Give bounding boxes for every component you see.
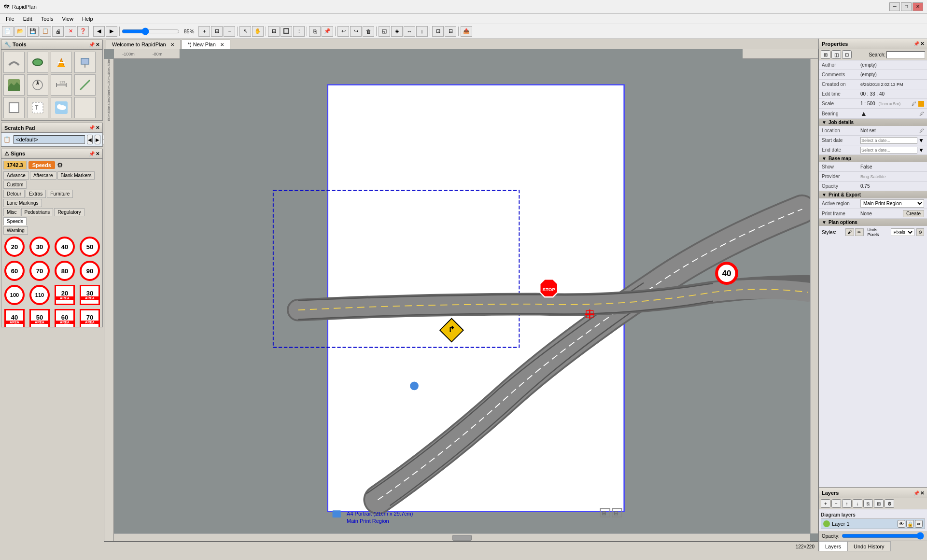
tab-furniture[interactable]: Furniture bbox=[47, 190, 73, 198]
start-date-btn[interactable]: ▼ bbox=[918, 137, 924, 144]
tab-aftercare[interactable]: Aftercare bbox=[30, 171, 56, 180]
properties-pin[interactable]: 📌 bbox=[913, 41, 919, 46]
menu-tools[interactable]: Tools bbox=[37, 15, 57, 23]
sign-80[interactable]: 80 bbox=[54, 260, 76, 282]
nav-back[interactable]: ◀ bbox=[93, 26, 105, 37]
start-date-input[interactable] bbox=[860, 137, 917, 144]
scratch-pad-pin[interactable]: 📌 bbox=[89, 125, 95, 130]
zoom-slider[interactable] bbox=[122, 29, 180, 33]
sign-90[interactable]: 90 bbox=[79, 260, 101, 282]
print-button[interactable]: 🖨 bbox=[52, 26, 64, 37]
signs-pin[interactable]: 📌 bbox=[89, 151, 95, 156]
weather-tool[interactable] bbox=[51, 97, 72, 118]
signs-settings[interactable]: ⚙ bbox=[57, 161, 63, 169]
tab-warning[interactable]: Warning bbox=[3, 226, 28, 235]
snap-toggle[interactable]: 🔲 bbox=[281, 26, 292, 37]
job-details-section[interactable]: ▼ Job details bbox=[819, 119, 927, 126]
text-tool[interactable]: T bbox=[27, 97, 48, 118]
units-select[interactable]: Pixels bbox=[891, 228, 914, 236]
tab-regulatory[interactable]: Regulatory bbox=[54, 208, 84, 216]
save-button[interactable]: 💾 bbox=[27, 26, 39, 37]
end-date-btn[interactable]: ▼ bbox=[918, 147, 924, 154]
terrain-tool[interactable] bbox=[3, 74, 25, 96]
align-center[interactable]: ◈ bbox=[391, 26, 403, 37]
style-btn-pencil[interactable]: ✏ bbox=[855, 228, 864, 236]
select-tool[interactable]: ↖ bbox=[239, 26, 251, 37]
sign-20-area[interactable]: 20AREA bbox=[54, 284, 76, 306]
group-btn[interactable]: ⊡ bbox=[432, 26, 444, 37]
signs-category[interactable]: Speeds bbox=[28, 161, 55, 169]
props-btn-2[interactable]: ◫ bbox=[831, 50, 841, 59]
zoom-in[interactable]: ＋ bbox=[198, 26, 210, 37]
sign-110[interactable]: 110 bbox=[28, 284, 51, 306]
tools-close[interactable]: ✕ bbox=[96, 42, 99, 47]
new-button[interactable]: 📄 bbox=[2, 26, 14, 37]
copy-button[interactable]: ⎘ bbox=[309, 26, 321, 37]
plan-options-section[interactable]: ▼ Plan options bbox=[819, 219, 927, 226]
sign-60[interactable]: 60 bbox=[3, 260, 26, 282]
tab-blank-markers[interactable]: Blank Markers bbox=[57, 171, 95, 180]
undo-button[interactable]: ↩ bbox=[337, 26, 349, 37]
layer-edit-btn[interactable]: ✏ bbox=[915, 520, 923, 528]
props-btn-1[interactable]: ⊞ bbox=[821, 50, 830, 59]
menu-edit[interactable]: Edit bbox=[19, 15, 36, 23]
layer-1-row[interactable]: Layer 1 👁 🔒 ✏ bbox=[821, 518, 925, 529]
grid-toggle[interactable]: ⊞ bbox=[268, 26, 280, 37]
scratch-nav-prev[interactable]: ◀ bbox=[87, 135, 93, 144]
sign-100[interactable]: 100 bbox=[3, 284, 26, 306]
delete-button[interactable]: 🗑 bbox=[363, 26, 374, 37]
layer-settings-btn[interactable]: ⚙ bbox=[885, 499, 894, 508]
props-btn-3[interactable]: ⊡ bbox=[842, 50, 852, 59]
scratch-nav-next[interactable]: ▶ bbox=[95, 135, 100, 144]
layer-lock-btn[interactable]: 🔒 bbox=[906, 520, 914, 528]
properties-close[interactable]: ✕ bbox=[920, 41, 924, 46]
sign-50-area[interactable]: 50AREA bbox=[28, 308, 51, 327]
sign-60-area[interactable]: 60AREA bbox=[54, 308, 76, 327]
scratch-pad-input[interactable] bbox=[14, 135, 85, 144]
create-button[interactable]: Create bbox=[903, 210, 924, 217]
ungroup-btn[interactable]: ⊟ bbox=[445, 26, 456, 37]
tab-custom[interactable]: Custom bbox=[3, 181, 27, 189]
active-region-select[interactable]: Main Print Region bbox=[860, 199, 924, 208]
menu-help[interactable]: Help bbox=[78, 15, 97, 23]
layers-tab[interactable]: Layers bbox=[819, 541, 847, 551]
tab-misc[interactable]: Misc bbox=[3, 208, 20, 216]
scale-color-btn[interactable] bbox=[918, 101, 924, 107]
end-date-input[interactable] bbox=[860, 147, 917, 154]
search-input[interactable] bbox=[886, 51, 925, 58]
oval-tool[interactable] bbox=[27, 52, 48, 73]
flip-h[interactable]: ↔ bbox=[404, 26, 415, 37]
line-tool[interactable] bbox=[74, 74, 96, 96]
redo-button[interactable]: ↪ bbox=[350, 26, 362, 37]
zoom-fit[interactable]: ⊞ bbox=[211, 26, 223, 37]
help-button[interactable]: ❓ bbox=[77, 26, 89, 37]
tab-extras[interactable]: Extras bbox=[26, 190, 46, 198]
exit-button[interactable]: ✕ bbox=[65, 26, 76, 37]
layers-pin[interactable]: 📌 bbox=[913, 490, 919, 496]
tab-welcome[interactable]: Welcome to RapidPlan ✕ bbox=[106, 40, 181, 49]
sign-30-area[interactable]: 30AREA bbox=[79, 284, 101, 306]
scrollbar-vertical[interactable] bbox=[810, 59, 818, 533]
tab-lane-markings[interactable]: Lane Markings bbox=[3, 199, 42, 207]
sign-40[interactable]: 40 bbox=[54, 236, 76, 258]
layer-copy-btn[interactable]: ⎘ bbox=[863, 499, 873, 508]
tab-new-plan[interactable]: *) New Plan ✕ bbox=[182, 40, 230, 49]
layer-del-btn[interactable]: − bbox=[831, 499, 841, 508]
nav-fwd[interactable]: ▶ bbox=[106, 26, 117, 37]
cone-tool[interactable] bbox=[51, 52, 72, 73]
location-edit-btn[interactable]: 🖊 bbox=[919, 128, 924, 133]
flip-v[interactable]: ↕ bbox=[416, 26, 428, 37]
sign-30[interactable]: 30 bbox=[28, 236, 51, 258]
rectangle-tool[interactable] bbox=[3, 97, 25, 118]
align-left[interactable]: ◱ bbox=[379, 26, 390, 37]
tab-pedestrians[interactable]: Pedestrians bbox=[21, 208, 54, 216]
grid-options[interactable]: ⋮ bbox=[293, 26, 305, 37]
sign-40-area[interactable]: 40AREA bbox=[3, 308, 26, 327]
saveas-button[interactable]: 📋 bbox=[40, 26, 51, 37]
tab-advance[interactable]: Advance bbox=[3, 171, 29, 180]
bearing-edit-btn[interactable]: 🖊 bbox=[919, 111, 924, 116]
scratch-pad-close[interactable]: ✕ bbox=[96, 125, 99, 130]
scale-edit-btn[interactable]: 🖊 bbox=[912, 101, 916, 106]
scrollbar-horizontal[interactable] bbox=[114, 533, 810, 541]
print-export-section[interactable]: ▼ Print & Export bbox=[819, 191, 927, 198]
